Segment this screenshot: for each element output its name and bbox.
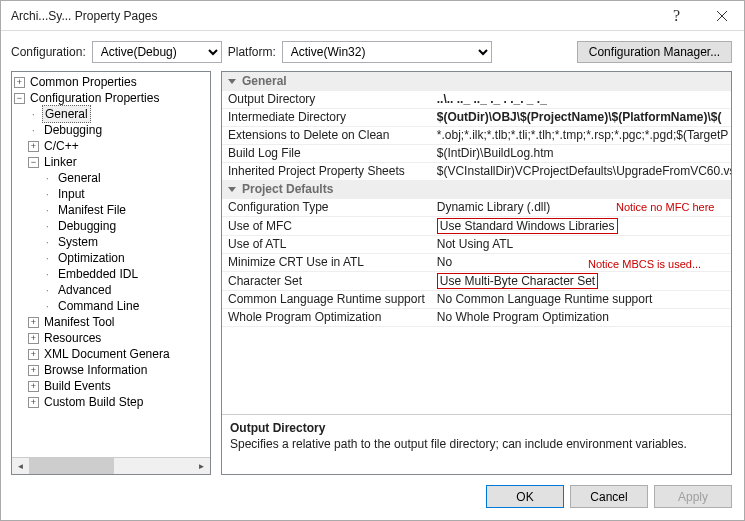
- tree-item-linker-debugging[interactable]: ·Debugging: [14, 218, 210, 234]
- collapse-icon: [228, 79, 236, 84]
- description-heading: Output Directory: [230, 421, 723, 435]
- tree-item-manifest-tool[interactable]: +Manifest Tool: [14, 314, 210, 330]
- tree-item-linker-advanced[interactable]: ·Advanced: [14, 282, 210, 298]
- platform-label: Platform:: [228, 45, 276, 59]
- config-select[interactable]: Active(Debug): [92, 41, 222, 63]
- section-project-defaults[interactable]: Project Defaults: [222, 180, 731, 198]
- prop-wpo[interactable]: Whole Program OptimizationNo Whole Progr…: [222, 308, 731, 326]
- ok-button[interactable]: OK: [486, 485, 564, 508]
- footer: OK Cancel Apply: [1, 475, 744, 520]
- title-bar: Archi...Sy... Property Pages ?: [1, 1, 744, 31]
- tree-item-general[interactable]: ·General: [14, 106, 210, 122]
- help-button[interactable]: ?: [654, 1, 699, 31]
- prop-build-log[interactable]: Build Log File$(IntDir)\BuildLog.htm: [222, 144, 731, 162]
- property-panel: Notice no MFC here Notice MBCS is used..…: [221, 71, 732, 475]
- prop-use-of-atl[interactable]: Use of ATLNot Using ATL: [222, 235, 731, 253]
- platform-select[interactable]: Active(Win32): [282, 41, 492, 63]
- tree-item-browse-info[interactable]: +Browse Information: [14, 362, 210, 378]
- tree-item-linker-input[interactable]: ·Input: [14, 186, 210, 202]
- tree-item-debugging[interactable]: ·Debugging: [14, 122, 210, 138]
- description-text: Specifies a relative path to the output …: [230, 437, 723, 451]
- tree[interactable]: +Common Properties −Configuration Proper…: [12, 72, 210, 457]
- prop-inherited-sheets[interactable]: Inherited Project Property Sheets$(VCIns…: [222, 162, 731, 180]
- prop-intermediate-directory[interactable]: Intermediate Directory$(OutDir)\OBJ\$(Pr…: [222, 108, 731, 126]
- prop-output-directory[interactable]: Output Directory..\.. .._ .._ ._ . ._. _…: [222, 90, 731, 108]
- tree-hscrollbar[interactable]: ◄ ►: [12, 457, 210, 474]
- property-grid[interactable]: Notice no MFC here Notice MBCS is used..…: [222, 72, 731, 414]
- tree-item-linker-general[interactable]: ·General: [14, 170, 210, 186]
- tree-item-config-props[interactable]: −Configuration Properties: [14, 90, 210, 106]
- tree-item-linker[interactable]: −Linker: [14, 154, 210, 170]
- config-row: Configuration: Active(Debug) Platform: A…: [1, 31, 744, 71]
- prop-char-set[interactable]: Character SetUse Multi-Byte Character Se…: [222, 271, 731, 290]
- cancel-button[interactable]: Cancel: [570, 485, 648, 508]
- prop-use-of-mfc[interactable]: Use of MFCUse Standard Windows Libraries: [222, 216, 731, 235]
- section-general[interactable]: General: [222, 72, 731, 90]
- tree-item-linker-optimization[interactable]: ·Optimization: [14, 250, 210, 266]
- collapse-icon: [228, 187, 236, 192]
- tree-item-linker-embedded-idl[interactable]: ·Embedded IDL: [14, 266, 210, 282]
- tree-panel: +Common Properties −Configuration Proper…: [11, 71, 211, 475]
- scroll-right-icon[interactable]: ►: [193, 458, 210, 474]
- tree-item-common[interactable]: +Common Properties: [14, 74, 210, 90]
- tree-item-linker-cmdline[interactable]: ·Command Line: [14, 298, 210, 314]
- tree-item-ccpp[interactable]: +C/C++: [14, 138, 210, 154]
- tree-item-resources[interactable]: +Resources: [14, 330, 210, 346]
- description-panel: Output Directory Specifies a relative pa…: [222, 414, 731, 474]
- config-label: Configuration:: [11, 45, 86, 59]
- tree-item-xml-doc[interactable]: +XML Document Genera: [14, 346, 210, 362]
- close-button[interactable]: [699, 1, 744, 31]
- annotation-no-mfc: Notice no MFC here: [616, 201, 714, 213]
- scroll-thumb[interactable]: [29, 458, 114, 474]
- apply-button[interactable]: Apply: [654, 485, 732, 508]
- prop-clr[interactable]: Common Language Runtime supportNo Common…: [222, 290, 731, 308]
- tree-item-custom-build[interactable]: +Custom Build Step: [14, 394, 210, 410]
- tree-item-linker-manifest[interactable]: ·Manifest File: [14, 202, 210, 218]
- tree-item-build-events[interactable]: +Build Events: [14, 378, 210, 394]
- tree-item-linker-system[interactable]: ·System: [14, 234, 210, 250]
- config-manager-button[interactable]: Configuration Manager...: [577, 41, 732, 63]
- scroll-left-icon[interactable]: ◄: [12, 458, 29, 474]
- window-title: Archi...Sy... Property Pages: [11, 9, 654, 23]
- annotation-mbcs: Notice MBCS is used...: [588, 258, 701, 270]
- prop-extensions-delete[interactable]: Extensions to Delete on Clean*.obj;*.ilk…: [222, 126, 731, 144]
